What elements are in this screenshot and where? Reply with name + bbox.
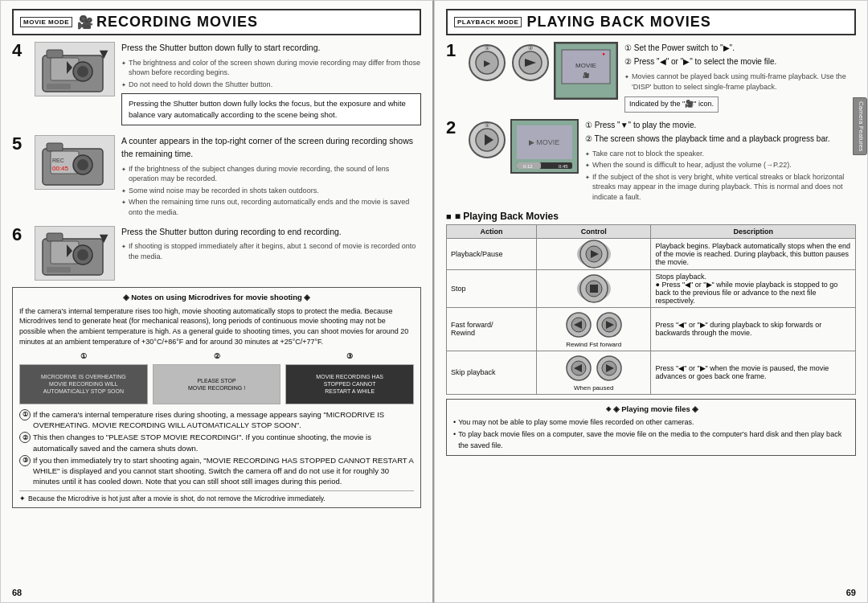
step-6-image: ▼ [35,226,115,281]
ctrl-play [536,238,651,269]
svg-text:REC: REC [52,158,64,163]
right-page: PLAYBACK MODE PLAYING BACK MOVIES 1 ▶ ① … [434,0,868,603]
step-4-warning: Pressing the Shutter button down fully l… [121,93,421,126]
ctrl-skip: When paused [536,351,651,394]
right-step-2-images: ① ▶ MOVIE 0:12 0:45 ② [467,119,579,174]
svg-rect-50 [590,285,598,293]
screenshots-row: ① MICRODRIVE IS OVERHEATING MOVIE RECORD… [19,351,414,404]
svg-text:▶: ▶ [484,59,491,68]
step1-lcd: MOVIE 🎥 ● [554,42,618,100]
right-section-title: PLAYING BACK MOVIES [526,14,710,31]
right-step-1-row: 1 ▶ ① ② MOVIE [446,42,856,113]
table-row-stop: Stop Stops playback. ● Press "◀" or "▶" … [447,269,856,307]
screenshot-2: ② PLEASE STOP MOVIE RECORDING ! [153,351,281,404]
svg-rect-6 [47,84,71,89]
movie-files-title: ◈ ◈ Playing movie files ◈ [453,404,849,415]
step-6-row: 6 ▼ Press the Shutter button during reco… [12,226,421,281]
svg-text:●: ● [602,51,605,56]
left-section-title: RECORDING MOVIES [96,14,258,31]
svg-text:▶ MOVIE: ▶ MOVIE [529,138,560,146]
step1-lcd-area: MOVIE 🎥 ● [554,42,618,100]
col-action: Action [447,224,537,238]
ctrl-stop-icon [577,276,611,302]
screenshot-2-img: PLEASE STOP MOVIE RECORDING ! [153,364,281,404]
microdrive-notes-body: If the camera's internal temperature ris… [19,306,414,347]
step-6-text: Press the Shutter button during recordin… [121,226,421,264]
svg-text:🎥: 🎥 [583,72,590,79]
step-5-number: 5 [12,135,30,153]
right-step-2-row: 2 ① ▶ MOVIE [446,119,856,204]
step2-lcd: ▶ MOVIE 0:12 0:45 ② [510,119,579,174]
dial-1-svg: ▶ ① [467,42,507,84]
svg-rect-8 [47,143,63,151]
table-row-play: Playback/Pause Playback begins. Playback… [447,238,856,269]
right-step-2-number: 2 [446,119,464,137]
step-4-number: 4 [12,42,30,59]
microdrive-items: ① If the camera's internal temperature r… [19,409,414,487]
table-row-skip: Skip playback When paused [447,351,856,394]
svg-text:①: ① [485,122,489,128]
playback-table-title: ■ Playing Back Movies [446,211,856,222]
screenshot-2-num: ② [214,351,220,363]
desc-stop: Stops playback. ● Press "◀" or "▶" while… [651,269,856,307]
action-play: Playback/Pause [447,238,537,269]
step-6-number: 6 [12,226,30,244]
right-step-2-text: ① Press "▼" to play the movie. ② The scr… [585,119,856,204]
col-control: Control [536,224,651,238]
svg-text:0:45: 0:45 [559,164,568,169]
step-4-image: ▼ [35,42,115,96]
action-stop: Stop [447,269,537,307]
movie-files-note: ◈ ◈ Playing movie files ◈ • You may not … [446,399,856,457]
left-section-header: MOVIE MODE 🎥 RECORDING MOVIES [12,9,421,35]
step-6-notes: If shooting is stopped immediately after… [121,241,421,261]
indicated-icon-box: Indicated by the "🎥" icon. [624,96,719,113]
table-row-ff: Fast forward/ Rewind R [447,307,856,351]
screenshot-3-num: ③ [346,351,353,363]
step-4-row: 4 ▼ Press the Shutter button down fully … [12,42,421,129]
right-step-1-text: ① Set the Power switch to "▶". ② Press "… [624,42,856,113]
step-5-row: 5 REC 00:45 A counter appears in the top… [12,135,421,219]
svg-rect-1 [47,50,63,58]
step-5-notes: If the brightness of the subject changes… [121,164,421,218]
col-description: Description [651,224,856,238]
action-skip: Skip playback [447,351,537,394]
screenshot-3-img: MOVIE RECORDING HAS STOPPED CANNOT RESTA… [285,364,414,404]
step-5-image: REC 00:45 [35,135,115,190]
dial-2-svg: ② [510,42,551,84]
svg-point-18 [77,249,88,260]
right-step-1-number: 1 [446,42,464,59]
action-ff: Fast forward/ Rewind [447,307,537,351]
step-4-notes: The brightness and color of the screen s… [121,58,421,90]
svg-rect-15 [47,233,63,241]
left-page: MOVIE MODE 🎥 RECORDING MOVIES 4 ▼ Press … [0,0,434,603]
svg-rect-20 [47,267,71,273]
right-page-number: 69 [846,588,856,597]
svg-point-13 [77,159,88,170]
microdrive-footnote: ✦Because the Microdrive is hot just afte… [19,490,414,504]
svg-text:②: ② [528,45,533,51]
svg-text:00:45: 00:45 [52,165,69,172]
desc-ff: Press "◀" or "▶" during playback to skip… [651,307,856,351]
camera-icon-left: 🎥 [77,14,93,30]
right-section-header: PLAYBACK MODE PLAYING BACK MOVIES [446,9,856,35]
ctrl-ff: Rewind Fst forward [536,307,651,351]
screenshot-1-img: MICRODRIVE IS OVERHEATING MOVIE RECORDIN… [19,364,148,404]
right-mode-badge: PLAYBACK MODE [454,17,522,27]
right-step-1-images: ▶ ① ② MOVIE 🎥 ● [467,42,618,100]
camera-features-tab: Camera Features [853,97,867,155]
dial-3-svg: ① [467,119,507,161]
playback-table: Action Control Description Playback/Paus… [446,224,856,395]
svg-text:MOVIE: MOVIE [575,62,596,69]
desc-play: Playback begins. Playback automatically … [651,238,856,269]
screenshot-1: ① MICRODRIVE IS OVERHEATING MOVIE RECORD… [19,351,148,404]
step-4-text: Press the Shutter button down fully to s… [121,42,421,129]
step-5-text: A counter appears in the top-right corne… [121,135,421,219]
microdrive-notes: ◈ Notes on using Microdrives for movie s… [12,287,421,509]
screenshot-3: ③ MOVIE RECORDING HAS STOPPED CANNOT RES… [285,351,414,404]
left-page-number: 68 [12,588,22,597]
left-mode-badge: MOVIE MODE [20,17,72,27]
microdrive-notes-title: ◈ Notes on using Microdrives for movie s… [19,292,414,303]
desc-skip: Press "◀" or "▶" when the movie is pause… [651,351,856,394]
ctrl-play-icon [577,241,611,267]
svg-text:①: ① [485,45,489,51]
